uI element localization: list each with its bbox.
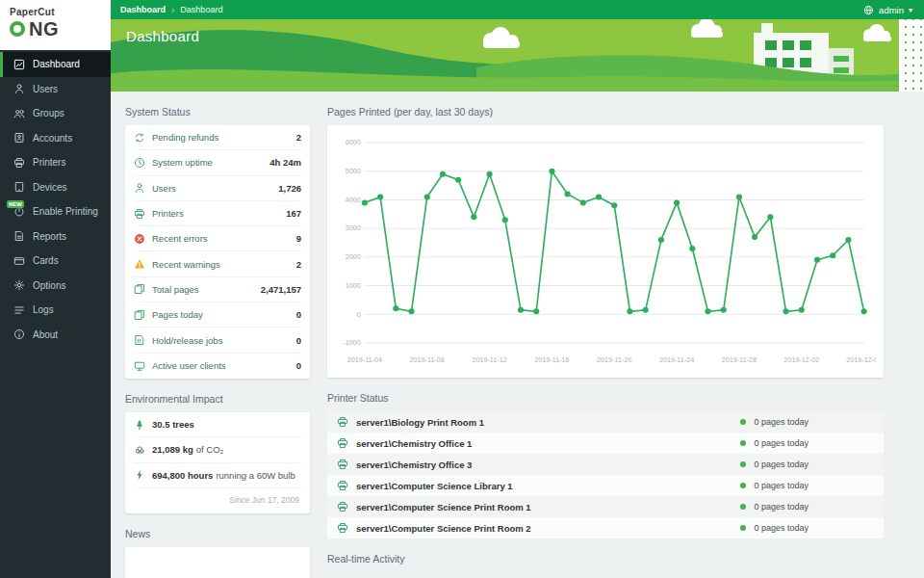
printer-link[interactable]: server1\Chemistry Office 1 <box>356 438 732 449</box>
printer-row[interactable]: server1\Computer Science Library 10 page… <box>327 475 884 496</box>
status-value: 2 <box>296 259 301 270</box>
sidebar-item-enable-printing[interactable]: NEWEnable Printing <box>0 199 111 224</box>
status-link-recent-warnings[interactable]: Recent warnings <box>152 259 290 270</box>
status-row-users: Users1,726 <box>134 176 301 201</box>
printer-link[interactable]: server1\Computer Science Print Room 1 <box>356 502 732 512</box>
news-title: News <box>125 528 310 539</box>
caret-down-icon: ▾ <box>909 6 912 14</box>
printer-icon <box>337 459 348 470</box>
printer-status-title: Printer Status <box>327 392 884 404</box>
breadcrumb-dashboard[interactable]: Dashboard <box>120 5 166 14</box>
users-icon <box>13 83 25 94</box>
breadcrumb: Dashboard › Dashboard <box>120 5 222 15</box>
devices-icon <box>13 181 25 193</box>
sidebar-nav: Dashboard Users Groups Accounts Printers… <box>0 50 111 347</box>
svg-text:3000: 3000 <box>346 225 361 233</box>
printer-icon <box>337 416 348 428</box>
sidebar: PaperCut NG Dashboard Users Groups Accou… <box>0 0 111 578</box>
sidebar-item-about[interactable]: About <box>0 323 111 348</box>
status-link-total-pages[interactable]: Total pages <box>152 284 254 295</box>
logo-text-papercut: PaperCut <box>10 7 101 17</box>
status-row-active-clients: Active user clients0 <box>134 354 301 379</box>
sidebar-item-label: Printers <box>33 157 65 168</box>
logo-mark-icon <box>10 21 25 37</box>
status-row-system-uptime: System uptime4h 24m <box>134 150 301 175</box>
status-link-pending-refunds[interactable]: Pending refunds <box>152 132 290 143</box>
printer-status-list: server1\Biology Print Room 10 pages toda… <box>327 411 884 539</box>
sidebar-item-label: Devices <box>33 182 67 193</box>
sidebar-item-groups[interactable]: Groups <box>0 101 111 126</box>
status-link-printers[interactable]: Printers <box>152 208 279 219</box>
sidebar-item-users[interactable]: Users <box>0 77 111 102</box>
sidebar-item-label: Groups <box>33 108 64 118</box>
printer-row[interactable]: server1\Computer Science Print Room 10 p… <box>327 496 884 517</box>
status-row-hold-release: Hold/release jobs0 <box>134 328 301 353</box>
printer-row[interactable]: server1\Computer Science Print Room 20 p… <box>327 517 884 539</box>
printer-pages-today: 0 pages today <box>754 460 808 469</box>
status-link-active-clients[interactable]: Active user clients <box>152 360 290 371</box>
status-value: 9 <box>296 233 301 244</box>
env-text: 694,800 hoursrunning a 60W bulb <box>152 470 295 481</box>
gear-icon <box>13 279 25 291</box>
logo-text-ng: NG <box>29 19 59 39</box>
status-value: 4h 24m <box>270 157 301 168</box>
env-row-trees: 30.5 trees <box>134 412 301 437</box>
main-content: System Status Pending refunds2 System up… <box>111 92 924 578</box>
svg-text:2019-12-06: 2019-12-06 <box>846 356 876 364</box>
sidebar-item-logs[interactable]: Logs <box>0 298 111 323</box>
status-row-recent-errors: Recent errors9 <box>134 226 301 251</box>
printer-link[interactable]: server1\Biology Print Room 1 <box>356 417 732 428</box>
user-menu[interactable]: admin ▾ <box>863 5 912 15</box>
status-link-users[interactable]: Users <box>152 183 271 194</box>
printer-icon <box>337 522 348 534</box>
status-value: 2,471,157 <box>261 284 301 295</box>
page-title: Dashboard <box>126 28 199 44</box>
papercut-logo[interactable]: PaperCut NG <box>0 0 111 50</box>
status-link-recent-errors[interactable]: Recent errors <box>152 233 290 244</box>
printer-link[interactable]: server1\Computer Science Library 1 <box>356 481 732 491</box>
status-link-system-uptime[interactable]: System uptime <box>152 157 263 168</box>
pages-printed-title: Pages Printed (per day, last 30 days) <box>327 106 884 118</box>
sidebar-item-cards[interactable]: Cards <box>0 249 111 274</box>
sidebar-item-options[interactable]: Options <box>0 274 111 299</box>
tree-icon <box>134 419 145 431</box>
env-text: 30.5 trees <box>152 419 197 430</box>
sidebar-item-devices[interactable]: Devices <box>0 175 111 200</box>
sidebar-item-label: Enable Printing <box>33 206 98 217</box>
system-status-card: Pending refunds2 System uptime4h 24m Use… <box>125 125 310 379</box>
status-dot-icon <box>740 483 746 488</box>
breadcrumb-current[interactable]: Dashboard <box>180 5 222 14</box>
status-dot-icon <box>740 419 746 425</box>
sidebar-item-label: Cards <box>33 255 59 266</box>
sidebar-item-accounts[interactable]: Accounts <box>0 126 111 151</box>
header-banner: Dashboard <box>111 19 924 92</box>
svg-text:2019-11-04: 2019-11-04 <box>347 356 382 364</box>
svg-text:2000: 2000 <box>346 253 361 261</box>
sidebar-item-reports[interactable]: Reports <box>0 224 111 250</box>
pages-icon <box>134 283 145 295</box>
logs-icon <box>13 304 25 316</box>
status-link-pages-today[interactable]: Pages today <box>152 309 290 320</box>
cards-icon <box>13 255 25 267</box>
sidebar-item-dashboard[interactable]: Dashboard <box>0 52 111 77</box>
env-text: 21,089 kgof CO₂ <box>152 444 223 455</box>
printer-link[interactable]: server1\Chemistry Office 3 <box>356 460 732 470</box>
printer-row[interactable]: server1\Chemistry Office 10 pages today <box>327 433 884 454</box>
svg-text:5000: 5000 <box>346 168 361 175</box>
groups-icon <box>13 108 25 119</box>
svg-text:2019-12-02: 2019-12-02 <box>783 356 819 364</box>
status-link-hold-release[interactable]: Hold/release jobs <box>152 335 290 346</box>
left-column: System Status Pending refunds2 System up… <box>125 92 310 578</box>
printer-row[interactable]: server1\Biology Print Room 10 pages toda… <box>327 411 884 433</box>
breadcrumb-separator-icon: › <box>171 5 174 15</box>
printer-pages-today: 0 pages today <box>754 438 808 448</box>
sidebar-item-label: Options <box>33 280 65 291</box>
topbar: Dashboard › Dashboard admin ▾ <box>111 0 924 19</box>
sidebar-item-printers[interactable]: Printers <box>0 150 111 175</box>
svg-text:2019-11-24: 2019-11-24 <box>659 356 694 364</box>
printer-row[interactable]: server1\Chemistry Office 30 pages today <box>327 454 884 475</box>
pages-icon <box>134 309 145 321</box>
status-row-printers: Printers167 <box>134 201 301 226</box>
info-icon <box>13 328 25 340</box>
printer-link[interactable]: server1\Computer Science Print Room 2 <box>356 523 732 534</box>
